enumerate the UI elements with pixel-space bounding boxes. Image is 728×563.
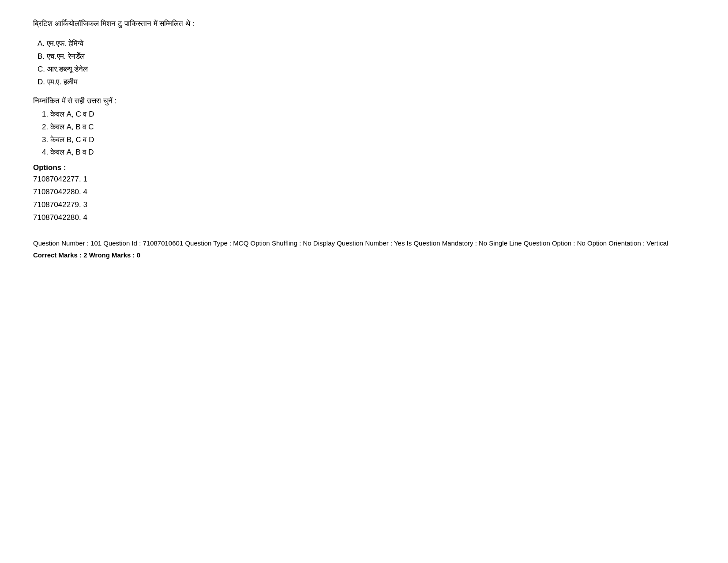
numbered-option-4: 4. केवल A, B व D bbox=[42, 146, 695, 159]
option-b-text: एच.एम. रेनडेँल bbox=[47, 52, 85, 60]
numbered-options-list: 1. केवल A, C व D 2. केवल A, B व C 3. केव… bbox=[42, 108, 695, 159]
numbered-option-1-text: केवल A, C व D bbox=[50, 110, 94, 118]
options-label: Options : bbox=[33, 163, 695, 172]
option-a-text: एम.एफ. हेमिंग्वे bbox=[47, 39, 83, 48]
option-d-label: D. bbox=[38, 78, 45, 86]
numbered-option-4-text: केवल A, B व D bbox=[50, 148, 94, 156]
numbered-option-3-text: केवल B, C व D bbox=[50, 136, 94, 144]
option-c: C. आर.डब्ल्यू डेनेल bbox=[38, 63, 695, 76]
numbered-option-2-number: 2. bbox=[42, 123, 48, 131]
option-code-3-id: 71087042279 bbox=[33, 200, 79, 209]
option-b: B. एच.एम. रेनडेँल bbox=[38, 50, 695, 63]
meta-line2: Correct Marks : 2 Wrong Marks : 0 bbox=[33, 249, 695, 261]
option-a: A. एम.एफ. हेमिंग्वे bbox=[38, 38, 695, 50]
option-code-2: 71087042280. 4 bbox=[33, 186, 695, 199]
numbered-option-2-text: केवल A, B व C bbox=[50, 123, 94, 131]
option-b-label: B. bbox=[38, 52, 45, 60]
option-code-4-id: 71087042280 bbox=[33, 213, 79, 222]
numbered-option-4-number: 4. bbox=[42, 148, 48, 156]
question-container: ब्रिटिश आर्कियोलॉजिकल मिशन टु पाकिस्तान … bbox=[33, 18, 695, 261]
numbered-option-3: 3. केवल B, C व D bbox=[42, 134, 695, 147]
option-c-text: आर.डब्ल्यू डेनेल bbox=[47, 65, 88, 73]
meta-line1: Question Number : 101 Question Id : 7108… bbox=[33, 238, 695, 249]
option-code-1: 71087042277. 1 bbox=[33, 173, 695, 186]
option-code-3-value: 3 bbox=[83, 200, 87, 209]
numbered-option-2: 2. केवल A, B व C bbox=[42, 121, 695, 134]
option-d: D. एम.ए. हलीम bbox=[38, 76, 695, 89]
option-c-label: C. bbox=[38, 65, 45, 73]
question-text: ब्रिटिश आर्कियोलॉजिकल मिशन टु पाकिस्तान … bbox=[33, 18, 695, 30]
numbered-option-3-number: 3. bbox=[42, 136, 48, 144]
question-meta-block: Question Number : 101 Question Id : 7108… bbox=[33, 238, 695, 261]
sub-heading: निम्नांकित में से सही उत्तरा चुनें : bbox=[33, 97, 695, 106]
option-d-text: एम.ए. हलीम bbox=[47, 78, 78, 86]
option-code-4-value: 4 bbox=[83, 213, 87, 222]
option-code-4: 71087042280. 4 bbox=[33, 212, 695, 224]
option-a-label: A. bbox=[38, 39, 45, 48]
numbered-option-1: 1. केवल A, C व D bbox=[42, 108, 695, 121]
numbered-option-1-number: 1. bbox=[42, 110, 48, 118]
option-code-3: 71087042279. 3 bbox=[33, 199, 695, 212]
